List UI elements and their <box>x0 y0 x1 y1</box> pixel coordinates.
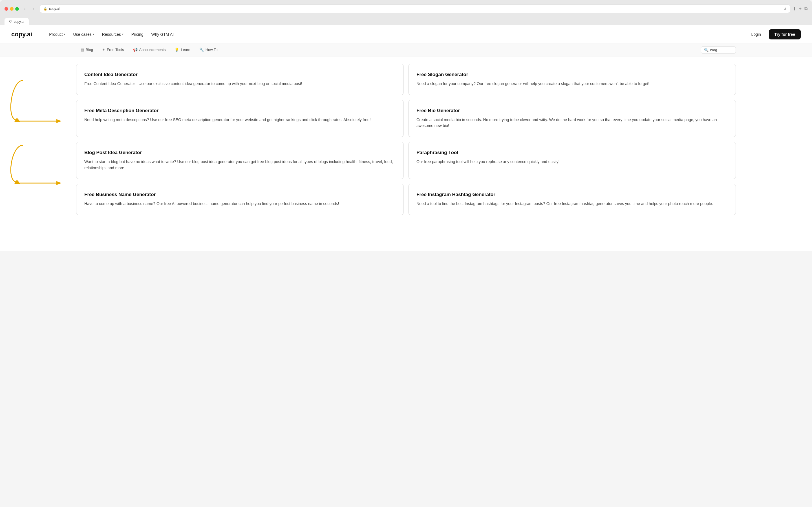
content-area: Content Idea Generator Free Content Idea… <box>0 57 812 222</box>
address-bar[interactable]: 🔒 copy.ai ↺ <box>40 4 790 13</box>
browser-actions: ⬆ + ⧉ <box>793 6 808 11</box>
card-blog-post-idea-generator[interactable]: Blog Post Idea Generator Want to start a… <box>76 142 404 179</box>
card-meta-description-generator[interactable]: Free Meta Description Generator Need hel… <box>76 100 404 137</box>
minimize-button[interactable] <box>10 7 13 11</box>
filter-how-to[interactable]: 🔧 How To <box>195 43 222 57</box>
nav-item-whygtmai[interactable]: Why GTM AI <box>148 30 177 39</box>
lock-icon: 🔒 <box>43 7 47 11</box>
how-to-icon: 🔧 <box>199 48 204 52</box>
card-title: Blog Post Idea Generator <box>84 150 396 156</box>
card-paraphrasing-tool[interactable]: Paraphrasing Tool Our free paraphrasing … <box>408 142 736 179</box>
card-title: Free Bio Generator <box>416 108 728 114</box>
nav-actions: Login Try for free <box>747 29 801 40</box>
filter-free-tools[interactable]: ✦ Free Tools <box>98 43 128 57</box>
nav-links: Product ▾ Use cases ▾ Resources ▾ Pricin… <box>46 30 738 39</box>
browser-nav: ‹ › <box>21 5 38 12</box>
free-tools-icon: ✦ <box>102 48 105 52</box>
tab-favicon: 🛡 <box>9 20 12 23</box>
reload-button[interactable]: ↺ <box>783 7 786 11</box>
forward-button[interactable]: › <box>30 5 38 12</box>
card-desc: Need help writing meta descriptions? Use… <box>84 117 396 123</box>
card-instagram-hashtag-generator[interactable]: Free Instagram Hashtag Generator Need a … <box>408 184 736 215</box>
traffic-lights <box>4 7 19 11</box>
filter-learn[interactable]: 💡 Learn <box>170 43 195 57</box>
learn-icon: 💡 <box>174 48 179 52</box>
url-text: copy.ai <box>49 7 59 11</box>
tab-title: copy.ai <box>14 20 24 24</box>
share-icon[interactable]: ⬆ <box>793 6 796 11</box>
nav-item-pricing[interactable]: Pricing <box>128 30 147 39</box>
card-title: Free Business Name Generator <box>84 192 396 198</box>
login-button[interactable]: Login <box>747 30 765 39</box>
announcements-icon: 📢 <box>133 48 138 52</box>
card-title: Free Meta Description Generator <box>84 108 396 114</box>
card-business-name-generator[interactable]: Free Business Name Generator Have to com… <box>76 184 404 215</box>
filter-announcements[interactable]: 📢 Announcements <box>129 43 170 57</box>
nav-item-resources[interactable]: Resources ▾ <box>99 30 127 39</box>
card-desc: Need a slogan for your company? Our free… <box>416 81 728 87</box>
logo[interactable]: copy.ai <box>11 31 32 38</box>
card-title: Paraphrasing Tool <box>416 150 728 156</box>
card-title: Free Instagram Hashtag Generator <box>416 192 728 198</box>
card-desc: Our free paraphrasing tool will help you… <box>416 159 728 165</box>
nav-item-product[interactable]: Product ▾ <box>46 30 68 39</box>
page-wrapper: copy.ai Product ▾ Use cases ▾ Resources … <box>0 25 812 251</box>
maximize-button[interactable] <box>15 7 19 11</box>
card-title: Free Slogan Generator <box>416 72 728 77</box>
cards-grid: Content Idea Generator Free Content Idea… <box>76 64 736 215</box>
card-free-bio-generator[interactable]: Free Bio Generator Create a social media… <box>408 100 736 137</box>
card-desc: Have to come up with a business name? Ou… <box>84 201 396 207</box>
filter-blog[interactable]: ▦ Blog <box>76 43 98 57</box>
card-title: Content Idea Generator <box>84 72 396 77</box>
card-free-slogan-generator[interactable]: Free Slogan Generator Need a slogan for … <box>408 64 736 95</box>
card-desc: Need a tool to find the best Instagram h… <box>416 201 728 207</box>
card-desc: Create a social media bio in seconds. No… <box>416 117 728 129</box>
blog-icon: ▦ <box>81 48 84 52</box>
new-tab-icon[interactable]: + <box>799 6 802 11</box>
search-input[interactable] <box>710 48 733 52</box>
browser-chrome: ‹ › 🔒 copy.ai ↺ ⬆ + ⧉ 🛡 copy.ai <box>0 0 812 25</box>
tab-bar: 🛡 copy.ai <box>4 17 808 25</box>
arrows-container: Content Idea Generator Free Content Idea… <box>0 57 812 222</box>
browser-titlebar: ‹ › 🔒 copy.ai ↺ ⬆ + ⧉ <box>4 3 808 15</box>
try-for-free-button[interactable]: Try for free <box>769 29 801 40</box>
card-desc: Free Content Idea Generator - Use our ex… <box>84 81 396 87</box>
chevron-down-icon: ▾ <box>64 33 65 36</box>
active-tab[interactable]: 🛡 copy.ai <box>4 18 29 25</box>
chevron-down-icon: ▾ <box>93 33 94 36</box>
close-button[interactable] <box>4 7 8 11</box>
tabs-icon[interactable]: ⧉ <box>804 6 808 11</box>
search-box[interactable]: 🔍 <box>701 47 736 54</box>
search-icon: 🔍 <box>704 48 709 52</box>
back-button[interactable]: ‹ <box>21 5 29 12</box>
filter-bar: ▦ Blog ✦ Free Tools 📢 Announcements 💡 Le… <box>0 43 812 57</box>
nav-item-usecases[interactable]: Use cases ▾ <box>70 30 97 39</box>
chevron-down-icon: ▾ <box>122 33 123 36</box>
card-desc: Want to start a blog but have no ideas w… <box>84 159 396 171</box>
top-nav: copy.ai Product ▾ Use cases ▾ Resources … <box>0 25 812 43</box>
card-content-idea-generator[interactable]: Content Idea Generator Free Content Idea… <box>76 64 404 95</box>
